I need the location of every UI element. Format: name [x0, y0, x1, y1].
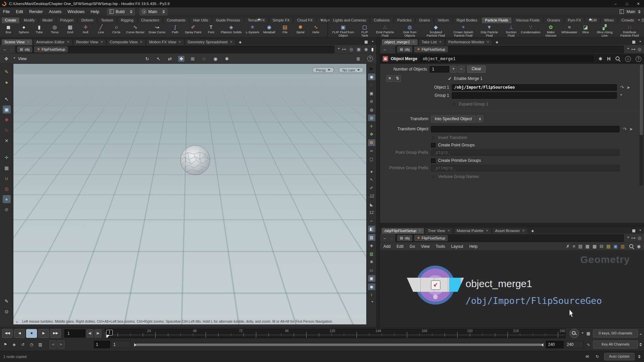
viewport-settings-icon[interactable]: ✱: [224, 56, 230, 62]
viewport-help-icon[interactable]: ?: [367, 56, 373, 61]
display-info-icon[interactable]: i: [368, 291, 375, 298]
whitewater-tool-icon[interactable]: ≈ Whitewater: [561, 24, 578, 34]
network-menu-item[interactable]: Edit: [396, 244, 404, 249]
pane-tab[interactable]: Scene View ✕: [1, 39, 33, 45]
tumble-view-icon[interactable]: ↻: [144, 56, 150, 62]
shelf-tab[interactable]: Rigging: [117, 17, 137, 23]
nav-forward-icon[interactable]: →: [389, 47, 393, 52]
maximize-button[interactable]: □: [621, 0, 633, 7]
no-live-tool-icon[interactable]: ⊖: [201, 56, 207, 62]
step-forward-button[interactable]: |▶: [95, 329, 101, 337]
nav-forward-icon[interactable]: →: [9, 47, 13, 52]
path-crumb-current[interactable]: ❖ FlipFluidSetup: [414, 46, 448, 52]
condensation-tool-icon[interactable]: ∵ Condensation: [521, 24, 541, 34]
shelf-tab[interactable]: Particle Fluids: [481, 17, 512, 23]
shaded-display-icon[interactable]: ◧: [368, 226, 375, 232]
pane-maximize-icon[interactable]: [632, 229, 635, 232]
menu-item[interactable]: Help: [88, 9, 102, 14]
close-tab-icon[interactable]: ✕: [230, 40, 232, 44]
headlight-icon[interactable]: ◎: [368, 115, 375, 121]
pane-tab[interactable]: Animation Editor ✕: [33, 39, 72, 45]
next-key-button[interactable]: |▶: [58, 341, 64, 349]
shelf-tab[interactable]: Guide Process: [212, 17, 244, 23]
pivot-move-icon[interactable]: ✥: [368, 131, 375, 138]
stowbar-icon[interactable]: ▮: [371, 47, 374, 52]
vertical-splitter[interactable]: [376, 38, 380, 327]
template-display-icon[interactable]: ▧: [368, 251, 375, 257]
help-icon[interactable]: ?: [636, 56, 641, 62]
menu-item[interactable]: Windows: [64, 9, 88, 14]
select-tool-icon[interactable]: ↖: [3, 95, 11, 103]
rotate-tool-icon[interactable]: ↻: [3, 126, 11, 134]
transform-dropdown[interactable]: Into Specified Object: [431, 116, 476, 123]
shelf-tab[interactable]: Wires: [601, 17, 618, 23]
sink-from-objects-tool-icon[interactable]: ◍ Sink from Objects: [397, 24, 422, 38]
menu-item[interactable]: Render: [26, 9, 46, 14]
select-mode-icon[interactable]: ↖: [156, 56, 162, 62]
add-object-button[interactable]: +: [450, 66, 457, 73]
shelf-tab[interactable]: Oceans: [544, 17, 564, 23]
color-correction-icon[interactable]: ❂: [368, 139, 375, 146]
shelf-tab[interactable]: Viscous Fluids: [512, 17, 543, 23]
close-tab-icon[interactable]: ✕: [27, 40, 30, 44]
keys-summary-button[interactable]: 0 keys, 0/0 channels: [593, 329, 638, 337]
add-pane-tab-button[interactable]: +: [529, 228, 537, 234]
point-numbers-icon[interactable]: .12: [368, 193, 375, 199]
range-left-handle[interactable]: [134, 343, 138, 347]
stop-button[interactable]: ■: [26, 329, 37, 338]
number-of-objects-field[interactable]: 1: [430, 66, 449, 73]
path-field[interactable]: ▤ obj ❖ FlipFluidSetup: [15, 46, 334, 53]
flipbook-icon[interactable]: ◉: [212, 56, 218, 62]
customize-tools-icon[interactable]: ✗: [566, 244, 570, 249]
slice-tool-icon[interactable]: ◪ Slice: [578, 24, 593, 34]
flip-tank-tool-icon[interactable]: ▢ FLIP Tank: [357, 24, 373, 38]
range-substart-field[interactable]: 1: [111, 341, 131, 348]
pin-pane-icon[interactable]: ⊶: [342, 47, 346, 52]
desktop-selector[interactable]: Build: [107, 8, 135, 15]
loop-mode-icon[interactable]: ↺: [19, 341, 26, 348]
sticky-note-icon[interactable]: ▤: [606, 244, 610, 249]
camera-select-menu[interactable]: No cam: [339, 67, 364, 73]
metaball-tool-icon[interactable]: ◉ Metaball: [261, 24, 277, 34]
shelf-tab[interactable]: Constraints: [163, 17, 189, 23]
expand-group-checkbox[interactable]: [452, 102, 456, 106]
clear-button[interactable]: Clear: [467, 65, 486, 73]
snapshot-icon[interactable]: ▣: [357, 47, 361, 52]
prim-normals-icon[interactable]: ⌐: [368, 218, 375, 224]
nav-forward-icon[interactable]: →: [389, 235, 393, 240]
close-button[interactable]: ✕: [633, 0, 644, 7]
range-end-field[interactable]: 240: [546, 341, 564, 348]
close-tab-icon[interactable]: ✕: [140, 40, 143, 44]
radial-menu-icon[interactable]: ◎: [638, 47, 641, 52]
camera-view-icon[interactable]: ◉: [364, 47, 368, 52]
group1-field[interactable]: [452, 92, 617, 99]
point-normals-icon[interactable]: ↖: [368, 176, 375, 183]
pane-tab[interactable]: Asset Browser ✕: [492, 228, 528, 234]
close-tab-icon[interactable]: ✕: [439, 40, 442, 44]
projection-menu[interactable]: Persp: [312, 67, 334, 73]
status-bubble-icon[interactable]: ✉: [584, 353, 591, 360]
shelf-tab[interactable]: Grains: [416, 17, 434, 23]
torus-tool-icon[interactable]: ◎ Torus: [47, 24, 62, 34]
network-menu-item[interactable]: Add: [383, 244, 390, 249]
nav-back-icon[interactable]: ←: [383, 235, 387, 240]
annotate-tool-icon[interactable]: ✎: [3, 297, 11, 305]
jump-to-start-button[interactable]: ◀◀: [2, 329, 13, 338]
stereo-view-icon[interactable]: ∞: [368, 147, 375, 154]
channel-scope-icon[interactable]: ∿: [585, 341, 592, 348]
verbose-group-names-checkbox[interactable]: [431, 175, 435, 179]
shelf-tab[interactable]: Modify: [20, 17, 38, 23]
shelf-tab[interactable]: Simple FX: [269, 17, 293, 23]
step-back-button[interactable]: ◀|: [87, 329, 93, 337]
path-field[interactable]: ▤ obj ❖ FlipFluidSetup: [395, 46, 624, 53]
houdini-badge-icon[interactable]: H: [607, 56, 610, 61]
close-tab-icon[interactable]: ✕: [522, 229, 525, 232]
point-uv-icon[interactable]: ✐: [368, 185, 375, 191]
background-image-icon[interactable]: ▣: [613, 244, 618, 249]
key-options-caret[interactable]: [582, 332, 584, 335]
grid-snap-icon[interactable]: ▦: [585, 244, 589, 249]
network-overview-icon[interactable]: ◉: [637, 244, 641, 249]
helix-tool-icon[interactable]: ∿ Helix: [308, 24, 324, 34]
shelf-tab[interactable]: Cloud FX: [293, 17, 316, 23]
key-all-channels-button[interactable]: Key All Channels: [593, 341, 638, 349]
